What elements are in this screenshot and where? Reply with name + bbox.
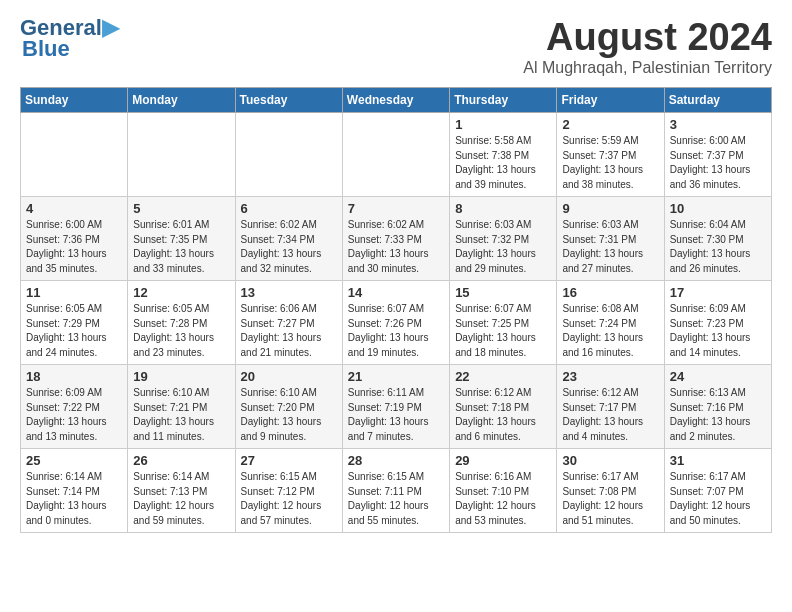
- day-number: 22: [455, 369, 551, 384]
- day-info: Sunrise: 6:06 AM Sunset: 7:27 PM Dayligh…: [241, 302, 337, 360]
- day-number: 18: [26, 369, 122, 384]
- day-number: 21: [348, 369, 444, 384]
- day-number: 13: [241, 285, 337, 300]
- day-info: Sunrise: 6:09 AM Sunset: 7:22 PM Dayligh…: [26, 386, 122, 444]
- calendar-cell: 26Sunrise: 6:14 AM Sunset: 7:13 PM Dayli…: [128, 449, 235, 533]
- day-info: Sunrise: 6:03 AM Sunset: 7:31 PM Dayligh…: [562, 218, 658, 276]
- day-number: 29: [455, 453, 551, 468]
- day-info: Sunrise: 6:16 AM Sunset: 7:10 PM Dayligh…: [455, 470, 551, 528]
- weekday-header-wednesday: Wednesday: [342, 88, 449, 113]
- day-info: Sunrise: 6:07 AM Sunset: 7:25 PM Dayligh…: [455, 302, 551, 360]
- day-info: Sunrise: 6:10 AM Sunset: 7:20 PM Dayligh…: [241, 386, 337, 444]
- day-number: 11: [26, 285, 122, 300]
- day-number: 9: [562, 201, 658, 216]
- calendar-cell: 28Sunrise: 6:15 AM Sunset: 7:11 PM Dayli…: [342, 449, 449, 533]
- day-number: 20: [241, 369, 337, 384]
- calendar-cell: 11Sunrise: 6:05 AM Sunset: 7:29 PM Dayli…: [21, 281, 128, 365]
- day-info: Sunrise: 6:15 AM Sunset: 7:11 PM Dayligh…: [348, 470, 444, 528]
- calendar-cell: 21Sunrise: 6:11 AM Sunset: 7:19 PM Dayli…: [342, 365, 449, 449]
- week-row-3: 11Sunrise: 6:05 AM Sunset: 7:29 PM Dayli…: [21, 281, 772, 365]
- calendar-cell: 20Sunrise: 6:10 AM Sunset: 7:20 PM Dayli…: [235, 365, 342, 449]
- logo: General▶ Blue: [20, 16, 119, 62]
- day-number: 8: [455, 201, 551, 216]
- calendar-cell: 3Sunrise: 6:00 AM Sunset: 7:37 PM Daylig…: [664, 113, 771, 197]
- day-number: 23: [562, 369, 658, 384]
- day-info: Sunrise: 5:58 AM Sunset: 7:38 PM Dayligh…: [455, 134, 551, 192]
- calendar-cell: 8Sunrise: 6:03 AM Sunset: 7:32 PM Daylig…: [450, 197, 557, 281]
- logo-blue: Blue: [20, 36, 70, 62]
- day-number: 30: [562, 453, 658, 468]
- day-info: Sunrise: 5:59 AM Sunset: 7:37 PM Dayligh…: [562, 134, 658, 192]
- day-info: Sunrise: 6:10 AM Sunset: 7:21 PM Dayligh…: [133, 386, 229, 444]
- calendar-cell: 18Sunrise: 6:09 AM Sunset: 7:22 PM Dayli…: [21, 365, 128, 449]
- weekday-header-thursday: Thursday: [450, 88, 557, 113]
- day-number: 28: [348, 453, 444, 468]
- day-number: 12: [133, 285, 229, 300]
- location: Al Mughraqah, Palestinian Territory: [523, 59, 772, 77]
- day-number: 5: [133, 201, 229, 216]
- calendar-cell: 15Sunrise: 6:07 AM Sunset: 7:25 PM Dayli…: [450, 281, 557, 365]
- weekday-header-saturday: Saturday: [664, 88, 771, 113]
- weekday-header-row: SundayMondayTuesdayWednesdayThursdayFrid…: [21, 88, 772, 113]
- calendar-cell: 19Sunrise: 6:10 AM Sunset: 7:21 PM Dayli…: [128, 365, 235, 449]
- calendar-cell: 12Sunrise: 6:05 AM Sunset: 7:28 PM Dayli…: [128, 281, 235, 365]
- day-info: Sunrise: 6:11 AM Sunset: 7:19 PM Dayligh…: [348, 386, 444, 444]
- day-number: 24: [670, 369, 766, 384]
- calendar-cell: 13Sunrise: 6:06 AM Sunset: 7:27 PM Dayli…: [235, 281, 342, 365]
- calendar-cell: 6Sunrise: 6:02 AM Sunset: 7:34 PM Daylig…: [235, 197, 342, 281]
- day-number: 14: [348, 285, 444, 300]
- calendar-cell: 25Sunrise: 6:14 AM Sunset: 7:14 PM Dayli…: [21, 449, 128, 533]
- day-number: 27: [241, 453, 337, 468]
- header: General▶ Blue August 2024 Al Mughraqah, …: [20, 16, 772, 77]
- day-number: 1: [455, 117, 551, 132]
- day-number: 3: [670, 117, 766, 132]
- day-info: Sunrise: 6:14 AM Sunset: 7:14 PM Dayligh…: [26, 470, 122, 528]
- calendar-cell: 10Sunrise: 6:04 AM Sunset: 7:30 PM Dayli…: [664, 197, 771, 281]
- calendar-cell: [21, 113, 128, 197]
- calendar-cell: 24Sunrise: 6:13 AM Sunset: 7:16 PM Dayli…: [664, 365, 771, 449]
- week-row-2: 4Sunrise: 6:00 AM Sunset: 7:36 PM Daylig…: [21, 197, 772, 281]
- day-number: 15: [455, 285, 551, 300]
- day-info: Sunrise: 6:09 AM Sunset: 7:23 PM Dayligh…: [670, 302, 766, 360]
- calendar-cell: 7Sunrise: 6:02 AM Sunset: 7:33 PM Daylig…: [342, 197, 449, 281]
- day-info: Sunrise: 6:13 AM Sunset: 7:16 PM Dayligh…: [670, 386, 766, 444]
- day-number: 31: [670, 453, 766, 468]
- day-info: Sunrise: 6:12 AM Sunset: 7:18 PM Dayligh…: [455, 386, 551, 444]
- day-number: 2: [562, 117, 658, 132]
- day-number: 16: [562, 285, 658, 300]
- day-info: Sunrise: 6:08 AM Sunset: 7:24 PM Dayligh…: [562, 302, 658, 360]
- day-info: Sunrise: 6:01 AM Sunset: 7:35 PM Dayligh…: [133, 218, 229, 276]
- day-info: Sunrise: 6:17 AM Sunset: 7:08 PM Dayligh…: [562, 470, 658, 528]
- calendar-table: SundayMondayTuesdayWednesdayThursdayFrid…: [20, 87, 772, 533]
- day-info: Sunrise: 6:03 AM Sunset: 7:32 PM Dayligh…: [455, 218, 551, 276]
- calendar-cell: 9Sunrise: 6:03 AM Sunset: 7:31 PM Daylig…: [557, 197, 664, 281]
- day-info: Sunrise: 6:00 AM Sunset: 7:37 PM Dayligh…: [670, 134, 766, 192]
- weekday-header-tuesday: Tuesday: [235, 88, 342, 113]
- weekday-header-monday: Monday: [128, 88, 235, 113]
- day-info: Sunrise: 6:02 AM Sunset: 7:33 PM Dayligh…: [348, 218, 444, 276]
- day-info: Sunrise: 6:04 AM Sunset: 7:30 PM Dayligh…: [670, 218, 766, 276]
- calendar-cell: 2Sunrise: 5:59 AM Sunset: 7:37 PM Daylig…: [557, 113, 664, 197]
- day-number: 4: [26, 201, 122, 216]
- calendar-cell: 30Sunrise: 6:17 AM Sunset: 7:08 PM Dayli…: [557, 449, 664, 533]
- day-info: Sunrise: 6:14 AM Sunset: 7:13 PM Dayligh…: [133, 470, 229, 528]
- day-info: Sunrise: 6:15 AM Sunset: 7:12 PM Dayligh…: [241, 470, 337, 528]
- month-year: August 2024: [523, 16, 772, 59]
- day-info: Sunrise: 6:05 AM Sunset: 7:28 PM Dayligh…: [133, 302, 229, 360]
- calendar-cell: 27Sunrise: 6:15 AM Sunset: 7:12 PM Dayli…: [235, 449, 342, 533]
- calendar-cell: 31Sunrise: 6:17 AM Sunset: 7:07 PM Dayli…: [664, 449, 771, 533]
- calendar-cell: [235, 113, 342, 197]
- calendar-cell: 29Sunrise: 6:16 AM Sunset: 7:10 PM Dayli…: [450, 449, 557, 533]
- calendar-cell: 5Sunrise: 6:01 AM Sunset: 7:35 PM Daylig…: [128, 197, 235, 281]
- title-block: August 2024 Al Mughraqah, Palestinian Te…: [523, 16, 772, 77]
- day-number: 6: [241, 201, 337, 216]
- day-info: Sunrise: 6:17 AM Sunset: 7:07 PM Dayligh…: [670, 470, 766, 528]
- day-info: Sunrise: 6:02 AM Sunset: 7:34 PM Dayligh…: [241, 218, 337, 276]
- calendar-cell: [128, 113, 235, 197]
- calendar-cell: 17Sunrise: 6:09 AM Sunset: 7:23 PM Dayli…: [664, 281, 771, 365]
- week-row-5: 25Sunrise: 6:14 AM Sunset: 7:14 PM Dayli…: [21, 449, 772, 533]
- week-row-1: 1Sunrise: 5:58 AM Sunset: 7:38 PM Daylig…: [21, 113, 772, 197]
- day-info: Sunrise: 6:12 AM Sunset: 7:17 PM Dayligh…: [562, 386, 658, 444]
- day-number: 10: [670, 201, 766, 216]
- day-number: 17: [670, 285, 766, 300]
